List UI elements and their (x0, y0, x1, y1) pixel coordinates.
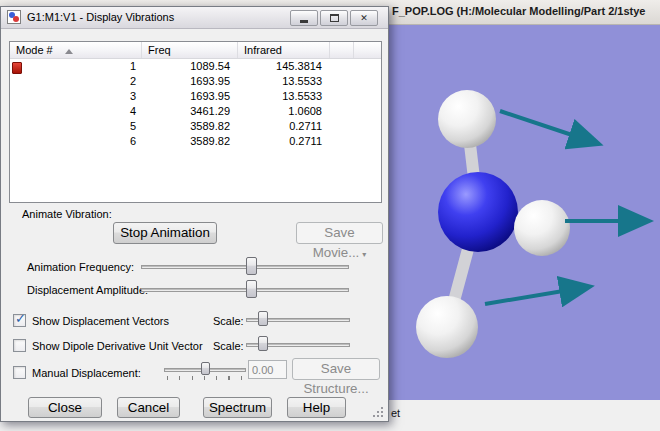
cell-mode: 1 (10, 59, 142, 74)
displacement-amplitude-slider[interactable] (141, 279, 349, 299)
close-dialog-button[interactable]: Close (28, 397, 102, 418)
displacement-amplitude-label: Displacement Amplitude: (27, 284, 148, 296)
cell-mode: 6 (10, 134, 142, 149)
manual-displacement-input[interactable] (248, 360, 287, 379)
main-window-title: F_POP.LOG (H:/Molecular Modelling/Part 2… (392, 5, 645, 17)
animation-frequency-slider[interactable] (141, 256, 349, 276)
cell-freq: 1693.95 (142, 74, 238, 89)
slider-thumb[interactable] (258, 311, 268, 326)
column-header-blank (330, 42, 354, 58)
stop-animation-button[interactable]: Stop Animation (113, 222, 217, 244)
slider-track (141, 265, 349, 269)
cell-freq: 3589.82 (142, 119, 238, 134)
cancel-button[interactable]: Cancel (117, 397, 180, 418)
table-row[interactable]: 3 1693.95 13.5533 (10, 89, 381, 104)
slider-thumb[interactable] (246, 280, 257, 298)
column-header-freq[interactable]: Freq (142, 42, 238, 58)
cell-infrared: 1.0608 (238, 104, 330, 119)
dialog-titlebar[interactable]: G1:M1:V1 - Display Vibrations ✕ (1, 7, 388, 29)
cell-infrared: 0.2711 (238, 119, 330, 134)
table-row[interactable]: 4 3461.29 1.0608 (10, 104, 381, 119)
cell-freq: 1693.95 (142, 89, 238, 104)
status-text: et (391, 407, 400, 419)
column-header-infrared[interactable]: Infrared (238, 42, 330, 58)
animate-vibration-label: Animate Vibration: (22, 208, 112, 220)
slider-thumb[interactable] (201, 362, 210, 375)
cell-infrared: 0.2711 (238, 134, 330, 149)
manual-displacement-checkbox[interactable] (13, 366, 26, 379)
dipole-derivative-scale-slider[interactable] (246, 336, 350, 352)
vibration-modes-table[interactable]: Mode # Freq Infrared 1 1089.54 145.3814 … (9, 41, 382, 203)
cell-mode: 4 (10, 104, 142, 119)
minimize-icon (300, 20, 308, 23)
column-header-mode[interactable]: Mode # (10, 42, 142, 58)
slider-thumb[interactable] (246, 257, 257, 275)
spectrum-button[interactable]: Spectrum (203, 397, 272, 418)
hydrogen-atom[interactable] (416, 296, 478, 358)
show-dipole-derivative-checkbox[interactable] (13, 339, 26, 352)
cell-mode: 3 (10, 89, 142, 104)
minimize-button[interactable] (290, 10, 318, 26)
cell-infrared: 145.3814 (238, 59, 330, 74)
checkmark-icon: ✓ (15, 311, 26, 326)
show-dipole-derivative-label: Show Dipole Derivative Unit Vector (32, 340, 203, 352)
manual-displacement-slider[interactable] (164, 362, 246, 378)
table-row[interactable]: 2 1693.95 13.5533 (10, 74, 381, 89)
help-button[interactable]: Help (287, 397, 346, 418)
animation-frequency-label: Animation Frequency: (27, 261, 134, 273)
close-icon: ✕ (360, 14, 368, 23)
displacement-vectors-scale-slider[interactable] (246, 311, 350, 327)
slider-ticks (167, 376, 243, 380)
cell-mode: 5 (10, 119, 142, 134)
cell-freq: 3589.82 (142, 134, 238, 149)
dialog-title: G1:M1:V1 - Display Vibrations (27, 11, 174, 23)
hydrogen-atom[interactable] (438, 90, 496, 148)
show-displacement-vectors-checkbox[interactable]: ✓ (13, 314, 26, 327)
manual-displacement-label: Manual Displacement: (32, 367, 141, 379)
cell-freq: 3461.29 (142, 104, 238, 119)
table-header[interactable]: Mode # Freq Infrared (10, 42, 381, 59)
resize-grip[interactable] (373, 407, 384, 418)
save-movie-button[interactable]: Save Movie...▾ (296, 222, 383, 244)
show-displacement-vectors-label: Show Displacement Vectors (32, 315, 169, 327)
molecule-canvas[interactable] (380, 25, 660, 400)
molecule-viewport[interactable] (380, 25, 660, 400)
cell-mode: 2 (10, 74, 142, 89)
dialog-icon (7, 10, 21, 24)
display-vibrations-dialog: G1:M1:V1 - Display Vibrations ✕ Mode # F… (0, 6, 389, 422)
dropdown-arrow-icon: ▾ (362, 250, 366, 259)
column-header-filler (354, 42, 381, 58)
close-button[interactable]: ✕ (350, 10, 378, 26)
cell-infrared: 13.5533 (238, 74, 330, 89)
table-row[interactable]: 6 3589.82 0.2711 (10, 134, 381, 149)
table-row[interactable]: 5 3589.82 0.2711 (10, 119, 381, 134)
window-controls: ✕ (290, 10, 378, 26)
active-mode-icon (12, 62, 22, 74)
slider-thumb[interactable] (258, 336, 268, 351)
scale-label: Scale: (213, 340, 244, 352)
nitrogen-atom[interactable] (438, 172, 518, 252)
save-structure-button[interactable]: Save Structure... (292, 358, 380, 380)
sort-ascending-icon (65, 49, 73, 54)
hydrogen-atom[interactable] (514, 200, 570, 256)
maximize-button[interactable] (320, 10, 348, 26)
maximize-icon (330, 14, 339, 22)
table-row[interactable]: 1 1089.54 145.3814 (10, 59, 381, 74)
scale-label: Scale: (213, 315, 244, 327)
cell-freq: 1089.54 (142, 59, 238, 74)
cell-infrared: 13.5533 (238, 89, 330, 104)
slider-track (141, 288, 349, 292)
